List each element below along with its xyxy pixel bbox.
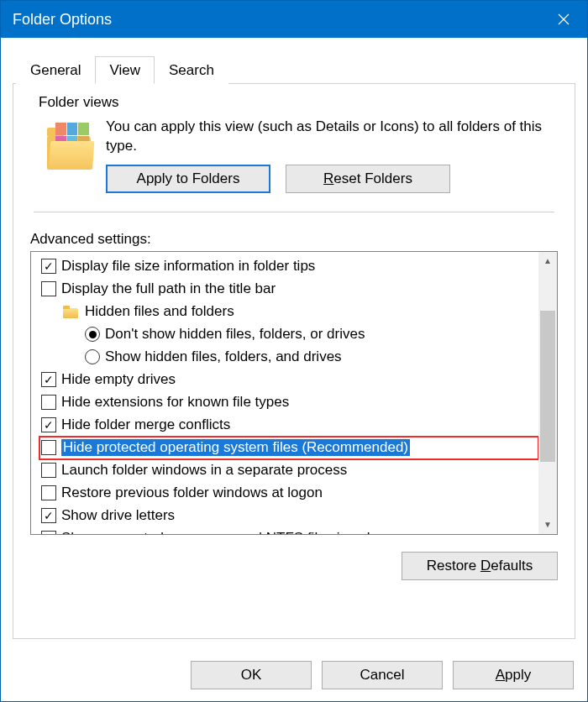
list-item[interactable]: ✓Hide folder merge conflicts bbox=[41, 414, 538, 437]
list-item-label: Restore previous folder windows at logon bbox=[61, 485, 323, 501]
apply-to-folders-button[interactable]: Apply to Folders bbox=[106, 165, 270, 193]
folder-views-desc: You can apply this view (such as Details… bbox=[106, 118, 554, 156]
list-item[interactable]: ✓Hide empty drives bbox=[41, 369, 538, 391]
checkbox[interactable]: ✓ bbox=[41, 259, 56, 274]
reset-folders-button[interactable]: Reset Folders bbox=[286, 165, 450, 193]
list-item[interactable]: Hide extensions for known file types bbox=[41, 391, 538, 414]
tab-view[interactable]: View bbox=[95, 56, 155, 84]
checkbox[interactable]: ✓ bbox=[41, 372, 56, 387]
folder-views-icon bbox=[47, 123, 94, 170]
radio[interactable] bbox=[85, 349, 100, 364]
list-item[interactable]: Hide protected operating system files (R… bbox=[39, 437, 538, 459]
apply-button[interactable]: Apply bbox=[453, 661, 574, 689]
list-item-label: Hide empty drives bbox=[61, 371, 176, 388]
list-item[interactable]: ✓Show drive letters bbox=[41, 505, 538, 527]
tab-panel-view: Folder views You can apply this view (su… bbox=[13, 83, 575, 639]
list-item[interactable]: Show encrypted or compressed NTFS files … bbox=[41, 527, 538, 534]
list-item[interactable]: Hidden files and folders bbox=[63, 301, 538, 323]
cancel-button[interactable]: Cancel bbox=[322, 661, 443, 689]
scroll-down-button[interactable]: ▼ bbox=[538, 516, 557, 534]
checkbox[interactable]: ✓ bbox=[41, 508, 56, 523]
list-item-label: Don't show hidden files, folders, or dri… bbox=[105, 326, 365, 343]
list-item[interactable]: ✓Display file size information in folder… bbox=[41, 255, 538, 278]
ok-button[interactable]: OK bbox=[191, 661, 312, 689]
list-item-label: Hide folder merge conflicts bbox=[61, 416, 230, 433]
folder-views-row: You can apply this view (such as Details… bbox=[30, 113, 558, 205]
list-item-label: Display the full path in the title bar bbox=[61, 280, 276, 297]
scroll-thumb[interactable] bbox=[540, 311, 555, 462]
list-item[interactable]: Display the full path in the title bar bbox=[41, 278, 538, 301]
scrollbar[interactable]: ▲ ▼ bbox=[538, 252, 557, 534]
list-item[interactable]: Don't show hidden files, folders, or dri… bbox=[85, 323, 538, 346]
checkbox[interactable] bbox=[41, 531, 56, 534]
radio[interactable] bbox=[85, 327, 100, 342]
checkbox[interactable] bbox=[41, 463, 56, 478]
folder-icon bbox=[63, 306, 78, 318]
checkbox[interactable] bbox=[41, 485, 56, 500]
scroll-up-button[interactable]: ▲ bbox=[538, 252, 557, 270]
list-item-label: Show encrypted or compressed NTFS files … bbox=[61, 530, 383, 534]
dialog-footer: OK Cancel Apply bbox=[1, 651, 587, 701]
list-item-label: Launch folder windows in a separate proc… bbox=[61, 462, 347, 479]
tab-strip: General View Search bbox=[16, 51, 575, 83]
checkbox[interactable] bbox=[41, 440, 56, 455]
advanced-settings-list[interactable]: ✓Display file size information in folder… bbox=[30, 251, 558, 535]
close-icon bbox=[558, 13, 570, 25]
list-item-label: Display file size information in folder … bbox=[61, 258, 315, 275]
tab-search[interactable]: Search bbox=[155, 56, 228, 84]
advanced-settings-label: Advanced settings: bbox=[30, 231, 558, 248]
client-area: General View Search Folder views You can… bbox=[1, 38, 587, 651]
checkbox[interactable] bbox=[41, 281, 56, 296]
close-button[interactable] bbox=[540, 1, 587, 38]
list-item-label: Hidden files and folders bbox=[85, 303, 234, 320]
list-item-label: Hide extensions for known file types bbox=[61, 394, 289, 411]
window-title: Folder Options bbox=[13, 11, 112, 29]
titlebar[interactable]: Folder Options bbox=[1, 1, 587, 38]
list-item[interactable]: Launch folder windows in a separate proc… bbox=[41, 459, 538, 482]
checkbox[interactable]: ✓ bbox=[41, 417, 56, 432]
restore-defaults-button[interactable]: Restore Defaults bbox=[402, 552, 558, 580]
checkbox[interactable] bbox=[41, 395, 56, 410]
tab-general[interactable]: General bbox=[16, 56, 95, 84]
list-item[interactable]: Show hidden files, folders, and drives bbox=[85, 346, 538, 369]
folder-options-dialog: Folder Options General View Search Folde… bbox=[0, 0, 588, 702]
list-item-label: Show drive letters bbox=[61, 507, 175, 524]
folder-views-group-label: Folder views bbox=[39, 94, 558, 111]
list-item-label: Hide protected operating system files (R… bbox=[61, 439, 410, 456]
list-item[interactable]: Restore previous folder windows at logon bbox=[41, 482, 538, 505]
list-item-label: Show hidden files, folders, and drives bbox=[105, 348, 342, 365]
group-separator bbox=[34, 212, 554, 212]
